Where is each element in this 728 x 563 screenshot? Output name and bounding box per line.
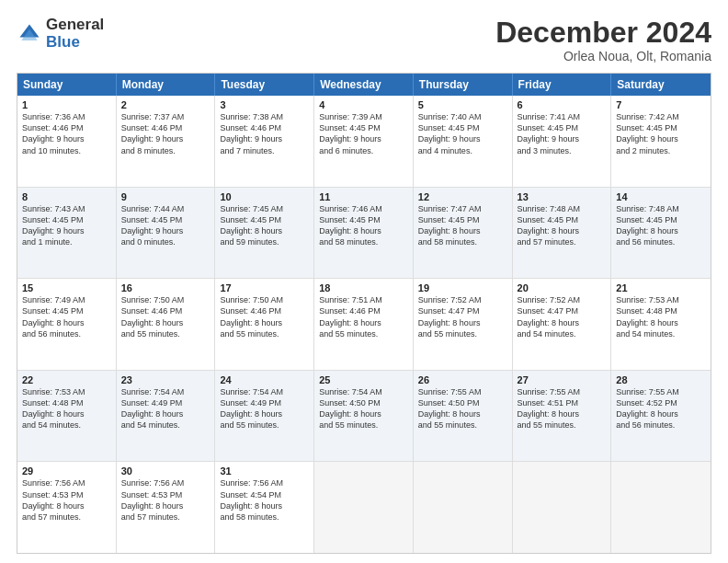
calendar-row-0: 1Sunrise: 7:36 AMSunset: 4:46 PMDaylight… [17,96,711,188]
cell-content: Sunrise: 7:46 AMSunset: 4:45 PMDaylight:… [319,203,408,248]
calendar-location: Orlea Noua, Olt, Romania [495,49,711,63]
calendar-cell-day-15: 15Sunrise: 7:49 AMSunset: 4:45 PMDayligh… [17,279,117,370]
cell-content: Sunrise: 7:50 AMSunset: 4:46 PMDaylight:… [220,294,309,339]
cell-content: Sunrise: 7:48 AMSunset: 4:45 PMDaylight:… [518,203,607,248]
calendar-cell-day-13: 13Sunrise: 7:48 AMSunset: 4:45 PMDayligh… [513,188,612,279]
day-number: 3 [220,99,309,110]
calendar-cell-day-20: 20Sunrise: 7:52 AMSunset: 4:47 PMDayligh… [513,279,612,370]
day-number: 10 [220,191,309,202]
calendar-cell-day-26: 26Sunrise: 7:55 AMSunset: 4:50 PMDayligh… [414,371,513,462]
title-block: December 2024 Orlea Noua, Olt, Romania [495,17,711,63]
page: General Blue December 2024 Orlea Noua, O… [0,0,728,563]
calendar-cell-day-29: 29Sunrise: 7:56 AMSunset: 4:53 PMDayligh… [17,462,117,553]
header-day-saturday: Saturday [611,74,711,96]
calendar-cell-day-1: 1Sunrise: 7:36 AMSunset: 4:46 PMDaylight… [17,96,117,187]
calendar-cell-day-4: 4Sunrise: 7:39 AMSunset: 4:45 PMDaylight… [314,96,414,187]
day-number: 29 [22,465,111,477]
header-day-tuesday: Tuesday [215,74,314,96]
cell-content: Sunrise: 7:40 AMSunset: 4:45 PMDaylight:… [418,111,507,156]
logo-icon [17,21,42,47]
calendar-cell-day-24: 24Sunrise: 7:54 AMSunset: 4:49 PMDayligh… [215,371,314,462]
calendar-cell-empty [414,462,513,553]
day-number: 24 [220,374,309,385]
header-day-friday: Friday [513,74,612,96]
day-number: 22 [22,374,111,385]
cell-content: Sunrise: 7:51 AMSunset: 4:46 PMDaylight:… [319,294,408,339]
calendar-cell-day-6: 6Sunrise: 7:41 AMSunset: 4:45 PMDaylight… [513,96,612,187]
cell-content: Sunrise: 7:48 AMSunset: 4:45 PMDaylight:… [616,203,706,248]
calendar-cell-day-3: 3Sunrise: 7:38 AMSunset: 4:46 PMDaylight… [215,96,314,187]
calendar-cell-day-21: 21Sunrise: 7:53 AMSunset: 4:48 PMDayligh… [611,279,711,370]
cell-content: Sunrise: 7:53 AMSunset: 4:48 PMDaylight:… [22,386,111,431]
day-number: 9 [121,191,210,202]
calendar-cell-day-11: 11Sunrise: 7:46 AMSunset: 4:45 PMDayligh… [314,188,414,279]
calendar-cell-day-19: 19Sunrise: 7:52 AMSunset: 4:47 PMDayligh… [414,279,513,370]
calendar-cell-empty [314,462,414,553]
cell-content: Sunrise: 7:56 AMSunset: 4:53 PMDaylight:… [22,477,111,523]
cell-content: Sunrise: 7:50 AMSunset: 4:46 PMDaylight:… [121,294,210,339]
cell-content: Sunrise: 7:45 AMSunset: 4:45 PMDaylight:… [220,203,309,248]
cell-content: Sunrise: 7:41 AMSunset: 4:45 PMDaylight:… [518,111,607,156]
calendar-cell-day-18: 18Sunrise: 7:51 AMSunset: 4:46 PMDayligh… [314,279,414,370]
calendar-cell-day-16: 16Sunrise: 7:50 AMSunset: 4:46 PMDayligh… [117,279,216,370]
cell-content: Sunrise: 7:56 AMSunset: 4:53 PMDaylight:… [121,477,210,523]
day-number: 25 [319,374,408,385]
day-number: 19 [418,282,507,293]
cell-content: Sunrise: 7:42 AMSunset: 4:45 PMDaylight:… [616,111,706,156]
header: General Blue December 2024 Orlea Noua, O… [17,17,711,63]
calendar-body: 1Sunrise: 7:36 AMSunset: 4:46 PMDaylight… [17,96,711,553]
day-number: 30 [121,465,210,477]
day-number: 5 [418,99,507,110]
day-number: 28 [616,374,706,385]
day-number: 7 [616,99,706,110]
calendar-title: December 2024 [495,17,711,49]
calendar-cell-day-5: 5Sunrise: 7:40 AMSunset: 4:45 PMDaylight… [414,96,513,187]
calendar-cell-day-14: 14Sunrise: 7:48 AMSunset: 4:45 PMDayligh… [611,188,711,279]
cell-content: Sunrise: 7:47 AMSunset: 4:45 PMDaylight:… [418,203,507,248]
day-number: 26 [418,374,507,385]
day-number: 4 [319,99,408,110]
cell-content: Sunrise: 7:38 AMSunset: 4:46 PMDaylight:… [220,111,309,156]
header-day-monday: Monday [117,74,216,96]
cell-content: Sunrise: 7:49 AMSunset: 4:45 PMDaylight:… [22,294,111,339]
calendar-cell-day-31: 31Sunrise: 7:56 AMSunset: 4:54 PMDayligh… [215,462,314,553]
cell-content: Sunrise: 7:55 AMSunset: 4:52 PMDaylight:… [616,386,706,431]
day-number: 2 [121,99,210,110]
cell-content: Sunrise: 7:39 AMSunset: 4:45 PMDaylight:… [319,111,408,156]
calendar-cell-day-2: 2Sunrise: 7:37 AMSunset: 4:46 PMDaylight… [117,96,216,187]
calendar-cell-empty [611,462,711,553]
cell-content: Sunrise: 7:36 AMSunset: 4:46 PMDaylight:… [22,111,111,156]
calendar-cell-day-7: 7Sunrise: 7:42 AMSunset: 4:45 PMDaylight… [611,96,711,187]
calendar-cell-day-28: 28Sunrise: 7:55 AMSunset: 4:52 PMDayligh… [611,371,711,462]
day-number: 31 [220,465,309,477]
calendar-header: SundayMondayTuesdayWednesdayThursdayFrid… [17,74,711,96]
cell-content: Sunrise: 7:53 AMSunset: 4:48 PMDaylight:… [616,294,706,339]
cell-content: Sunrise: 7:55 AMSunset: 4:50 PMDaylight:… [418,386,507,431]
calendar-cell-day-9: 9Sunrise: 7:44 AMSunset: 4:45 PMDaylight… [117,188,216,279]
calendar-cell-day-10: 10Sunrise: 7:45 AMSunset: 4:45 PMDayligh… [215,188,314,279]
header-day-thursday: Thursday [414,74,513,96]
logo: General Blue [17,17,104,51]
day-number: 27 [518,374,607,385]
calendar-cell-empty [513,462,612,553]
cell-content: Sunrise: 7:55 AMSunset: 4:51 PMDaylight:… [518,386,607,431]
cell-content: Sunrise: 7:52 AMSunset: 4:47 PMDaylight:… [418,294,507,339]
cell-content: Sunrise: 7:54 AMSunset: 4:49 PMDaylight:… [121,386,210,431]
calendar-row-3: 22Sunrise: 7:53 AMSunset: 4:48 PMDayligh… [17,371,711,463]
calendar-cell-day-30: 30Sunrise: 7:56 AMSunset: 4:53 PMDayligh… [117,462,216,553]
calendar: SundayMondayTuesdayWednesdayThursdayFrid… [17,73,711,554]
day-number: 18 [319,282,408,293]
calendar-row-1: 8Sunrise: 7:43 AMSunset: 4:45 PMDaylight… [17,188,711,280]
calendar-cell-day-22: 22Sunrise: 7:53 AMSunset: 4:48 PMDayligh… [17,371,117,462]
calendar-cell-day-17: 17Sunrise: 7:50 AMSunset: 4:46 PMDayligh… [215,279,314,370]
calendar-cell-day-23: 23Sunrise: 7:54 AMSunset: 4:49 PMDayligh… [117,371,216,462]
header-day-sunday: Sunday [17,74,117,96]
cell-content: Sunrise: 7:54 AMSunset: 4:49 PMDaylight:… [220,386,309,431]
cell-content: Sunrise: 7:43 AMSunset: 4:45 PMDaylight:… [22,203,111,248]
calendar-cell-day-27: 27Sunrise: 7:55 AMSunset: 4:51 PMDayligh… [513,371,612,462]
day-number: 6 [518,99,607,110]
logo-blue-text: Blue [46,34,104,52]
day-number: 1 [22,99,111,110]
cell-content: Sunrise: 7:56 AMSunset: 4:54 PMDaylight:… [220,477,309,523]
day-number: 21 [616,282,706,293]
